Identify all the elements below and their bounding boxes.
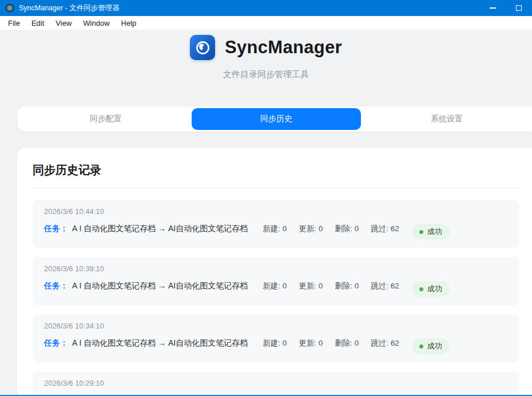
entry-stat: 删除: 0 [335, 224, 359, 234]
page-subtitle: 文件目录同步管理工具 [0, 69, 532, 80]
entry-task-label: 任务： [44, 281, 68, 291]
entry-stats: 新建: 0更新: 0删除: 0跳过: 62 [263, 338, 399, 349]
success-dot-icon [419, 230, 423, 234]
titlebar: SyncManager - 文件同步管理器 [0, 0, 532, 16]
status-badge: 成功 [412, 281, 450, 297]
window-controls [479, 0, 532, 16]
tab-bar: 同步配置 同步历史 系统设置 [17, 106, 532, 132]
entry-stat: 删除: 0 [335, 281, 359, 291]
menu-file[interactable]: File [2, 16, 26, 30]
entry-stat: 跳过: 62 [371, 281, 399, 291]
entry-stat: 跳过: 62 [371, 338, 399, 349]
entry-timestamp: 2026/3/6 10:44:10 [44, 207, 508, 216]
entry-stats: 新建: 0更新: 0删除: 0跳过: 62 [263, 281, 399, 291]
menubar: File Edit View Window Help [0, 16, 532, 30]
history-entry: 2026/3/6 10:29:10 任务： A I 自动化图文笔记存档 → AI… [33, 371, 519, 396]
entry-timestamp: 2026/3/6 10:34:10 [44, 322, 508, 330]
status-badge-text: 成功 [427, 341, 442, 351]
menu-help[interactable]: Help [116, 16, 142, 30]
entry-timestamp: 2026/3/6 10:29:10 [44, 379, 508, 387]
heading-divider [33, 188, 519, 188]
entry-stat: 删除: 0 [335, 338, 359, 349]
window-title: SyncManager - 文件同步管理器 [19, 3, 120, 13]
history-list: 2026/3/6 10:44:10 任务： A I 自动化图文笔记存档 → AI… [33, 200, 519, 396]
globe-icon [195, 40, 211, 56]
history-entry: 2026/3/6 10:39:10 任务： A I 自动化图文笔记存档 → AI… [33, 257, 519, 306]
app-header: SyncManager 文件目录同步管理工具 [0, 34, 532, 80]
minimize-button[interactable] [479, 0, 506, 16]
entry-task-text: A I 自动化图文笔记存档 → AI自动化图文笔记存档 [72, 338, 248, 349]
page-title: SyncManager [225, 37, 342, 58]
app-logo [190, 35, 215, 60]
tab-sync-history[interactable]: 同步历史 [192, 108, 361, 130]
tab-sync-config[interactable]: 同步配置 [21, 108, 190, 130]
entry-stat: 新建: 0 [263, 338, 287, 349]
status-badge: 成功 [412, 338, 450, 354]
entry-task-text: A I 自动化图文笔记存档 → AI自动化图文笔记存档 [72, 281, 248, 291]
entry-task-text: A I 自动化图文笔记存档 → AI自动化图文笔记存档 [72, 224, 248, 234]
history-card: 同步历史记录 2026/3/6 10:44:10 任务： A I 自动化图文笔记… [17, 148, 532, 396]
maximize-button[interactable] [506, 0, 532, 16]
history-entry: 2026/3/6 10:34:10 任务： A I 自动化图文笔记存档 → AI… [33, 314, 519, 363]
history-heading: 同步历史记录 [33, 163, 519, 178]
app-window-icon [5, 3, 14, 13]
status-badge-text: 成功 [427, 284, 442, 294]
history-entry: 2026/3/6 10:44:10 任务： A I 自动化图文笔记存档 → AI… [33, 200, 519, 248]
entry-stat: 更新: 0 [299, 224, 323, 234]
entry-stat: 跳过: 62 [371, 224, 399, 234]
success-dot-icon [419, 287, 423, 291]
entry-stats: 新建: 0更新: 0删除: 0跳过: 62 [263, 224, 399, 234]
maximize-icon [516, 5, 522, 11]
entry-stat: 新建: 0 [263, 281, 287, 291]
entry-stat: 更新: 0 [299, 338, 323, 349]
menu-view[interactable]: View [50, 16, 77, 30]
menu-window[interactable]: Window [77, 16, 115, 30]
entry-task-label: 任务： [44, 338, 68, 349]
minimize-icon [490, 7, 496, 9]
entry-stat: 新建: 0 [263, 224, 287, 234]
status-badge-text: 成功 [427, 227, 442, 237]
entry-stat: 更新: 0 [299, 281, 323, 291]
entry-timestamp: 2026/3/6 10:39:10 [44, 264, 508, 273]
entry-task-label: 任务： [44, 224, 68, 234]
menu-edit[interactable]: Edit [26, 16, 50, 30]
tab-system-settings[interactable]: 系统设置 [362, 108, 531, 130]
status-badge: 成功 [412, 224, 450, 240]
success-dot-icon [419, 344, 423, 349]
